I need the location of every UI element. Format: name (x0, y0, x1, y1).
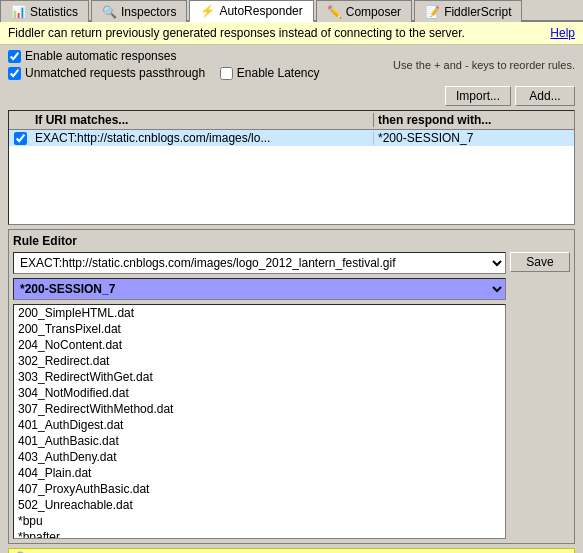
dropdown-item[interactable]: 303_RedirectWithGet.dat (14, 369, 505, 385)
dropdown-item[interactable]: 302_Redirect.dat (14, 353, 505, 369)
save-button[interactable]: Save (510, 252, 570, 272)
tab-inspectors[interactable]: 🔍 Inspectors (91, 0, 187, 22)
rule-fields: EXACT:http://static.cnblogs.com/images/l… (13, 252, 506, 539)
rules-table: If URI matches... then respond with... E… (8, 110, 575, 225)
dropdown-item[interactable]: 200_SimpleHTML.dat (14, 305, 505, 321)
find-bar: 🔍 Find a file... (8, 548, 575, 553)
statistics-icon: 📊 (11, 5, 26, 19)
tab-fiddlerscript[interactable]: 📝 FiddlerScript (414, 0, 522, 22)
row-checkbox[interactable] (14, 132, 27, 145)
help-link[interactable]: Help (550, 26, 575, 40)
rule-editor-title: Rule Editor (13, 234, 570, 248)
th-uri: If URI matches... (31, 113, 374, 127)
options-left: Enable automatic responses Unmatched req… (8, 49, 320, 80)
info-bar: Fiddler can return previously generated … (0, 22, 583, 45)
th-check (9, 113, 31, 127)
dropdown-item[interactable]: 404_Plain.dat (14, 465, 505, 481)
tab-statistics-label: Statistics (30, 5, 78, 19)
enable-auto-checkbox[interactable] (8, 50, 21, 63)
table-header: If URI matches... then respond with... (9, 111, 574, 130)
row-uri: EXACT:http://static.cnblogs.com/images/l… (31, 131, 374, 145)
unmatched-row: Unmatched requests passthrough Enable La… (8, 66, 320, 80)
tab-bar: 📊 Statistics 🔍 Inspectors ⚡ AutoResponde… (0, 0, 583, 22)
dropdown-item[interactable]: 304_NotModified.dat (14, 385, 505, 401)
tab-statistics[interactable]: 📊 Statistics (0, 0, 89, 22)
unmatched-checkbox[interactable] (8, 67, 21, 80)
tab-composer[interactable]: ✏️ Composer (316, 0, 412, 22)
tab-inspectors-label: Inspectors (121, 5, 176, 19)
dropdown-item[interactable]: 401_AuthDigest.dat (14, 417, 505, 433)
rule-editor-inner: EXACT:http://static.cnblogs.com/images/l… (13, 252, 570, 539)
dropdown-item[interactable]: 502_Unreachable.dat (14, 497, 505, 513)
unmatched-label: Unmatched requests passthrough (25, 66, 205, 80)
autoresponder-icon: ⚡ (200, 4, 215, 18)
row-respond: *200-SESSION_7 (374, 131, 574, 145)
enable-latency-label: Enable Latency (237, 66, 320, 80)
tab-autoresponder-label: AutoResponder (219, 4, 302, 18)
row-check (9, 132, 31, 145)
tab-autoresponder[interactable]: ⚡ AutoResponder (189, 0, 313, 22)
dropdown-item[interactable]: *bpafter (14, 529, 505, 539)
dropdown-item[interactable]: 204_NoContent.dat (14, 337, 505, 353)
inspectors-icon: 🔍 (102, 5, 117, 19)
composer-icon: ✏️ (327, 5, 342, 19)
table-row[interactable]: EXACT:http://static.cnblogs.com/images/l… (9, 130, 574, 146)
rule-editor: Rule Editor EXACT:http://static.cnblogs.… (8, 229, 575, 544)
th-respond: then respond with... (374, 113, 574, 127)
import-button[interactable]: Import... (445, 86, 511, 106)
fiddlerscript-icon: 📝 (425, 5, 440, 19)
dropdown-item[interactable]: 407_ProxyAuthBasic.dat (14, 481, 505, 497)
dropdown-item[interactable]: 200_TransPixel.dat (14, 321, 505, 337)
tab-fiddlerscript-label: FiddlerScript (444, 5, 511, 19)
response-dropdown-list[interactable]: 200_SimpleHTML.dat200_TransPixel.dat204_… (13, 304, 506, 539)
enable-auto-row: Enable automatic responses (8, 49, 320, 63)
enable-auto-label: Enable automatic responses (25, 49, 176, 63)
dropdown-item[interactable]: *bpu (14, 513, 505, 529)
tab-composer-label: Composer (346, 5, 401, 19)
response-select[interactable]: *200-SESSION_7 (13, 278, 506, 300)
enable-latency-checkbox[interactable] (220, 67, 233, 80)
dropdown-item[interactable]: 307_RedirectWithMethod.dat (14, 401, 505, 417)
options-row: Enable automatic responses Unmatched req… (0, 45, 583, 84)
dropdown-item[interactable]: 403_AuthDeny.dat (14, 449, 505, 465)
info-bar-text: Fiddler can return previously generated … (8, 26, 465, 40)
reorder-hint: Use the + and - keys to reorder rules. (393, 59, 575, 71)
dropdown-item[interactable]: 401_AuthBasic.dat (14, 433, 505, 449)
uri-select[interactable]: EXACT:http://static.cnblogs.com/images/l… (13, 252, 506, 274)
add-button[interactable]: Add... (515, 86, 575, 106)
buttons-row: Import... Add... (0, 84, 583, 108)
